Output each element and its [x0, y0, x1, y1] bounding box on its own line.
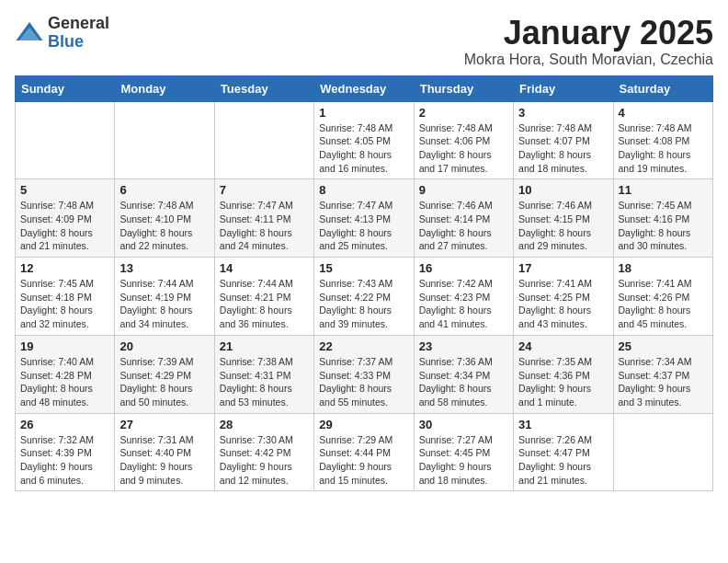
- day-number: 30: [419, 418, 508, 431]
- day-number: 9: [419, 183, 508, 197]
- day-info: Sunrise: 7:44 AMSunset: 4:21 PMDaylight:…: [220, 277, 309, 331]
- day-info: Sunrise: 7:30 AMSunset: 4:42 PMDaylight:…: [220, 433, 309, 488]
- day-info: Sunrise: 7:41 AMSunset: 4:25 PMDaylight:…: [518, 277, 608, 331]
- day-number: 15: [319, 261, 408, 275]
- title-area: January 2025 Mokra Hora, South Moravian,…: [464, 15, 713, 68]
- day-info: Sunrise: 7:40 AMSunset: 4:28 PMDaylight:…: [20, 355, 109, 409]
- day-info: Sunrise: 7:46 AMSunset: 4:14 PMDaylight:…: [419, 199, 508, 253]
- day-cell: 18Sunrise: 7:41 AMSunset: 4:26 PMDayligh…: [613, 258, 712, 336]
- weekday-header-tuesday: Tuesday: [214, 75, 313, 101]
- weekday-header-friday: Friday: [514, 75, 613, 101]
- logo-icon: [15, 18, 44, 48]
- week-row-3: 12Sunrise: 7:45 AMSunset: 4:18 PMDayligh…: [16, 258, 713, 336]
- day-cell: [115, 101, 214, 179]
- day-info: Sunrise: 7:26 AMSunset: 4:47 PMDaylight:…: [518, 433, 608, 488]
- day-cell: 25Sunrise: 7:34 AMSunset: 4:37 PMDayligh…: [613, 335, 712, 413]
- day-cell: 8Sunrise: 7:47 AMSunset: 4:13 PMDaylight…: [314, 179, 414, 258]
- day-number: 29: [319, 418, 408, 431]
- day-cell: 23Sunrise: 7:36 AMSunset: 4:34 PMDayligh…: [414, 335, 513, 413]
- day-cell: 2Sunrise: 7:48 AMSunset: 4:06 PMDaylight…: [414, 101, 513, 179]
- day-info: Sunrise: 7:36 AMSunset: 4:34 PMDaylight:…: [419, 355, 508, 409]
- day-info: Sunrise: 7:41 AMSunset: 4:26 PMDaylight:…: [619, 277, 708, 331]
- day-number: 10: [518, 183, 608, 197]
- day-cell: 6Sunrise: 7:48 AMSunset: 4:10 PMDaylight…: [115, 179, 214, 258]
- day-info: Sunrise: 7:48 AMSunset: 4:05 PMDaylight:…: [319, 121, 408, 176]
- day-info: Sunrise: 7:42 AMSunset: 4:23 PMDaylight:…: [419, 277, 508, 331]
- day-cell: 17Sunrise: 7:41 AMSunset: 4:25 PMDayligh…: [514, 258, 613, 336]
- day-cell: 31Sunrise: 7:26 AMSunset: 4:47 PMDayligh…: [514, 413, 613, 491]
- day-number: 2: [419, 106, 508, 120]
- day-info: Sunrise: 7:48 AMSunset: 4:09 PMDaylight:…: [20, 199, 109, 253]
- day-info: Sunrise: 7:47 AMSunset: 4:11 PMDaylight:…: [220, 199, 309, 253]
- logo-general: General: [48, 15, 109, 33]
- day-number: 16: [419, 261, 508, 275]
- day-cell: [214, 101, 313, 179]
- week-row-1: 1Sunrise: 7:48 AMSunset: 4:05 PMDaylight…: [16, 101, 713, 179]
- day-cell: 22Sunrise: 7:37 AMSunset: 4:33 PMDayligh…: [314, 335, 414, 413]
- logo: General Blue: [15, 15, 109, 52]
- month-title: January 2025: [464, 15, 713, 52]
- day-number: 21: [220, 339, 309, 353]
- day-cell: 11Sunrise: 7:45 AMSunset: 4:16 PMDayligh…: [613, 179, 712, 258]
- day-cell: 19Sunrise: 7:40 AMSunset: 4:28 PMDayligh…: [16, 335, 115, 413]
- weekday-header-row: SundayMondayTuesdayWednesdayThursdayFrid…: [16, 75, 713, 101]
- day-number: 6: [119, 183, 209, 197]
- day-cell: 14Sunrise: 7:44 AMSunset: 4:21 PMDayligh…: [214, 258, 313, 336]
- day-number: 17: [518, 261, 608, 275]
- weekday-header-thursday: Thursday: [414, 75, 513, 101]
- day-cell: 21Sunrise: 7:38 AMSunset: 4:31 PMDayligh…: [214, 335, 313, 413]
- day-cell: 12Sunrise: 7:45 AMSunset: 4:18 PMDayligh…: [16, 258, 115, 336]
- day-number: 31: [518, 418, 608, 431]
- day-cell: 3Sunrise: 7:48 AMSunset: 4:07 PMDaylight…: [514, 101, 613, 179]
- day-number: 8: [319, 183, 408, 197]
- day-info: Sunrise: 7:27 AMSunset: 4:45 PMDaylight:…: [419, 433, 508, 488]
- day-number: 24: [518, 339, 608, 353]
- day-cell: [613, 413, 712, 491]
- day-number: 20: [119, 339, 209, 353]
- day-cell: 29Sunrise: 7:29 AMSunset: 4:44 PMDayligh…: [314, 413, 414, 491]
- logo-blue: Blue: [48, 33, 109, 52]
- day-number: 28: [220, 418, 309, 431]
- day-info: Sunrise: 7:38 AMSunset: 4:31 PMDaylight:…: [220, 355, 309, 409]
- day-number: 13: [119, 261, 209, 275]
- day-cell: 30Sunrise: 7:27 AMSunset: 4:45 PMDayligh…: [414, 413, 513, 491]
- day-number: 12: [20, 261, 109, 275]
- page-header: General Blue January 2025 Mokra Hora, So…: [15, 15, 713, 68]
- day-number: 19: [20, 339, 109, 353]
- day-cell: 10Sunrise: 7:46 AMSunset: 4:15 PMDayligh…: [514, 179, 613, 258]
- day-number: 27: [119, 418, 209, 431]
- weekday-header-sunday: Sunday: [16, 75, 115, 101]
- day-info: Sunrise: 7:47 AMSunset: 4:13 PMDaylight:…: [319, 199, 408, 253]
- day-number: 4: [619, 106, 708, 120]
- calendar-table: SundayMondayTuesdayWednesdayThursdayFrid…: [15, 75, 713, 492]
- day-cell: 7Sunrise: 7:47 AMSunset: 4:11 PMDaylight…: [214, 179, 313, 258]
- week-row-5: 26Sunrise: 7:32 AMSunset: 4:39 PMDayligh…: [16, 413, 713, 491]
- day-cell: 15Sunrise: 7:43 AMSunset: 4:22 PMDayligh…: [314, 258, 414, 336]
- day-number: 22: [319, 339, 408, 353]
- day-info: Sunrise: 7:48 AMSunset: 4:06 PMDaylight:…: [419, 121, 508, 176]
- day-cell: 5Sunrise: 7:48 AMSunset: 4:09 PMDaylight…: [16, 179, 115, 258]
- day-info: Sunrise: 7:45 AMSunset: 4:18 PMDaylight:…: [20, 277, 109, 331]
- day-number: 1: [319, 106, 408, 120]
- day-cell: 20Sunrise: 7:39 AMSunset: 4:29 PMDayligh…: [115, 335, 214, 413]
- day-cell: 1Sunrise: 7:48 AMSunset: 4:05 PMDaylight…: [314, 101, 414, 179]
- day-info: Sunrise: 7:35 AMSunset: 4:36 PMDaylight:…: [518, 355, 608, 409]
- day-number: 23: [419, 339, 508, 353]
- day-info: Sunrise: 7:39 AMSunset: 4:29 PMDaylight:…: [119, 355, 209, 409]
- day-cell: 13Sunrise: 7:44 AMSunset: 4:19 PMDayligh…: [115, 258, 214, 336]
- day-info: Sunrise: 7:43 AMSunset: 4:22 PMDaylight:…: [319, 277, 408, 331]
- day-cell: 28Sunrise: 7:30 AMSunset: 4:42 PMDayligh…: [214, 413, 313, 491]
- weekday-header-wednesday: Wednesday: [314, 75, 414, 101]
- day-info: Sunrise: 7:44 AMSunset: 4:19 PMDaylight:…: [119, 277, 209, 331]
- day-cell: 9Sunrise: 7:46 AMSunset: 4:14 PMDaylight…: [414, 179, 513, 258]
- logo-text: General Blue: [48, 15, 109, 52]
- day-info: Sunrise: 7:48 AMSunset: 4:08 PMDaylight:…: [619, 121, 708, 176]
- weekday-header-monday: Monday: [115, 75, 214, 101]
- weekday-header-saturday: Saturday: [613, 75, 712, 101]
- day-number: 14: [220, 261, 309, 275]
- day-info: Sunrise: 7:45 AMSunset: 4:16 PMDaylight:…: [619, 199, 708, 253]
- day-cell: [16, 101, 115, 179]
- day-info: Sunrise: 7:48 AMSunset: 4:07 PMDaylight:…: [518, 121, 608, 176]
- day-cell: 16Sunrise: 7:42 AMSunset: 4:23 PMDayligh…: [414, 258, 513, 336]
- day-cell: 26Sunrise: 7:32 AMSunset: 4:39 PMDayligh…: [16, 413, 115, 491]
